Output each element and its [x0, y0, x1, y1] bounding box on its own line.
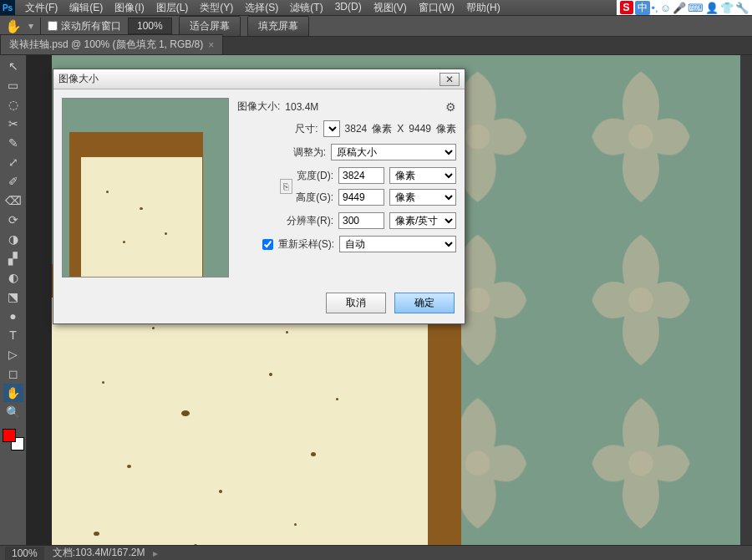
- ime-mic-icon[interactable]: 🎤: [673, 2, 686, 14]
- dim-height: 9449: [409, 123, 431, 135]
- blur-tool[interactable]: ◐: [3, 268, 23, 287]
- hand-tool-icon[interactable]: ✋: [5, 18, 22, 34]
- width-input[interactable]: [338, 167, 384, 184]
- ime-lang[interactable]: 中: [635, 1, 650, 15]
- document-tab-title: 装裱挂轴.psd @ 100% (颜色填充 1, RGB/8): [9, 38, 203, 52]
- ime-skin-icon[interactable]: 👕: [720, 2, 734, 14]
- resample-select[interactable]: 自动: [339, 236, 456, 252]
- ime-keyboard-icon[interactable]: ⌨: [688, 2, 704, 14]
- paper-layer: [52, 298, 428, 545]
- menu-edit[interactable]: 编辑(E): [64, 0, 108, 17]
- menu-window[interactable]: 窗口(W): [414, 0, 460, 17]
- height-label: 高度(G):: [296, 191, 333, 205]
- ok-button[interactable]: 确定: [394, 293, 455, 313]
- color-swatches[interactable]: [3, 429, 24, 451]
- status-zoom[interactable]: 100%: [5, 547, 44, 560]
- status-bar: 100% 文档:103.4M/167.2M ▸: [0, 545, 752, 560]
- dodge-tool[interactable]: ⬔: [3, 288, 23, 306]
- menu-3d[interactable]: 3D(D): [330, 0, 367, 17]
- ime-tool-icon[interactable]: 🔧: [735, 2, 749, 14]
- image-size-value: 103.4M: [285, 101, 318, 113]
- hand-tool[interactable]: ✋: [3, 384, 23, 402]
- dim-unit-h: 像素: [436, 122, 456, 136]
- dim-unit-w: 像素: [372, 122, 392, 136]
- shape-tool[interactable]: ◻: [3, 364, 23, 383]
- menu-view[interactable]: 视图(V): [368, 0, 412, 17]
- menu-help[interactable]: 帮助(H): [461, 0, 506, 17]
- history-brush-tool[interactable]: ⟳: [3, 211, 23, 229]
- sogou-icon[interactable]: S: [620, 1, 633, 14]
- dropdown-icon[interactable]: ▾: [28, 20, 33, 32]
- fit-screen-button[interactable]: 适合屏幕: [179, 16, 241, 37]
- height-unit-select[interactable]: 像素: [389, 189, 456, 206]
- lasso-tool[interactable]: ◌: [3, 95, 23, 114]
- move-tool[interactable]: ↖: [3, 57, 23, 75]
- title-bar: Ps 文件(F) 编辑(E) 图像(I) 图层(L) 类型(Y) 选择(S) 滤…: [0, 0, 752, 15]
- path-select-tool[interactable]: ▷: [3, 345, 23, 364]
- zoom-value[interactable]: 100%: [128, 18, 172, 34]
- gradient-tool[interactable]: ▞: [3, 249, 23, 267]
- ime-user-icon[interactable]: 👤: [705, 2, 719, 14]
- document-tab[interactable]: 装裱挂轴.psd @ 100% (颜色填充 1, RGB/8) ×: [0, 34, 223, 54]
- height-input[interactable]: [338, 189, 384, 206]
- dimensions-label: 尺寸:: [295, 122, 318, 136]
- width-label: 宽度(D):: [297, 169, 333, 183]
- dim-unit-select[interactable]: [323, 120, 340, 137]
- dim-width: 3824: [345, 123, 368, 135]
- zoom-tool[interactable]: 🔍: [3, 403, 23, 421]
- menu-type[interactable]: 类型(Y): [195, 0, 238, 17]
- menu-layer[interactable]: 图层(L): [151, 0, 194, 17]
- scroll-all-checkbox[interactable]: 滚动所有窗口: [48, 19, 121, 33]
- brush-tool[interactable]: ✐: [3, 172, 23, 191]
- spot-heal-tool[interactable]: ⤢: [3, 153, 23, 171]
- marquee-tool[interactable]: ▭: [3, 76, 23, 94]
- dim-x: X: [397, 123, 404, 135]
- eraser-tool[interactable]: ◑: [3, 230, 23, 248]
- resolution-input[interactable]: [338, 212, 384, 229]
- constrain-link-icon[interactable]: ⎘: [280, 179, 292, 194]
- vertical-scrollbar[interactable]: [740, 55, 752, 545]
- resolution-unit-select[interactable]: 像素/英寸: [389, 212, 456, 229]
- menu-file[interactable]: 文件(F): [20, 0, 63, 17]
- image-size-dialog: 图像大小 ✕ 图像大小: 103.4M ⚙ 尺寸: 3824: [53, 69, 465, 324]
- gear-icon[interactable]: ⚙: [445, 100, 456, 114]
- foreground-color[interactable]: [3, 429, 16, 442]
- dialog-titlebar[interactable]: 图像大小 ✕: [53, 69, 465, 89]
- tool-palette: ↖ ▭ ◌ ✂ ✎ ⤢ ✐ ⌫ ⟳ ◑ ▞ ◐ ⬔ ● T ▷ ◻ ✋ 🔍: [0, 55, 27, 545]
- resolution-label: 分辨率(R):: [287, 214, 333, 228]
- tab-close-icon[interactable]: ×: [208, 39, 214, 51]
- dialog-form: 图像大小: 103.4M ⚙ 尺寸: 3824 像素 X 9449 像素 调整为…: [237, 98, 456, 277]
- menu-filter[interactable]: 滤镜(T): [285, 0, 328, 17]
- fill-screen-button[interactable]: 填充屏幕: [247, 16, 309, 37]
- clone-tool[interactable]: ⌫: [3, 191, 23, 210]
- dialog-close-button[interactable]: ✕: [440, 73, 460, 86]
- menu-select[interactable]: 选择(S): [240, 0, 283, 17]
- menu-bar: 文件(F) 编辑(E) 图像(I) 图层(L) 类型(Y) 选择(S) 滤镜(T…: [15, 0, 617, 17]
- resample-label: 重新采样(S):: [278, 237, 334, 252]
- dialog-title: 图像大小: [58, 72, 440, 86]
- menu-image[interactable]: 图像(I): [109, 0, 149, 17]
- ime-toolbar: S 中 •, ☺ 🎤 ⌨ 👤 👕 🔧: [617, 0, 752, 15]
- scroll-all-input[interactable]: [48, 21, 58, 31]
- type-tool[interactable]: T: [3, 326, 23, 344]
- pen-tool[interactable]: ●: [3, 307, 23, 325]
- fit-to-select[interactable]: 原稿大小: [331, 144, 456, 160]
- image-size-label: 图像大小:: [237, 99, 280, 114]
- ime-emoji-icon[interactable]: ☺: [660, 2, 671, 14]
- crop-tool[interactable]: ✂: [3, 115, 23, 133]
- fit-to-label: 调整为:: [293, 145, 326, 160]
- ps-logo: Ps: [0, 0, 15, 15]
- cancel-button[interactable]: 取消: [326, 293, 386, 313]
- width-unit-select[interactable]: 像素: [389, 167, 456, 184]
- status-arrow-icon[interactable]: ▸: [153, 547, 158, 559]
- scroll-all-label: 滚动所有窗口: [61, 19, 121, 33]
- dialog-preview: [62, 98, 229, 277]
- resample-checkbox[interactable]: [262, 239, 273, 250]
- ime-punct-icon[interactable]: •,: [652, 2, 658, 14]
- status-doc-size: 文档:103.4M/167.2M: [53, 546, 145, 560]
- document-tab-bar: 装裱挂轴.psd @ 100% (颜色填充 1, RGB/8) ×: [0, 37, 752, 55]
- eyedropper-tool[interactable]: ✎: [3, 134, 23, 152]
